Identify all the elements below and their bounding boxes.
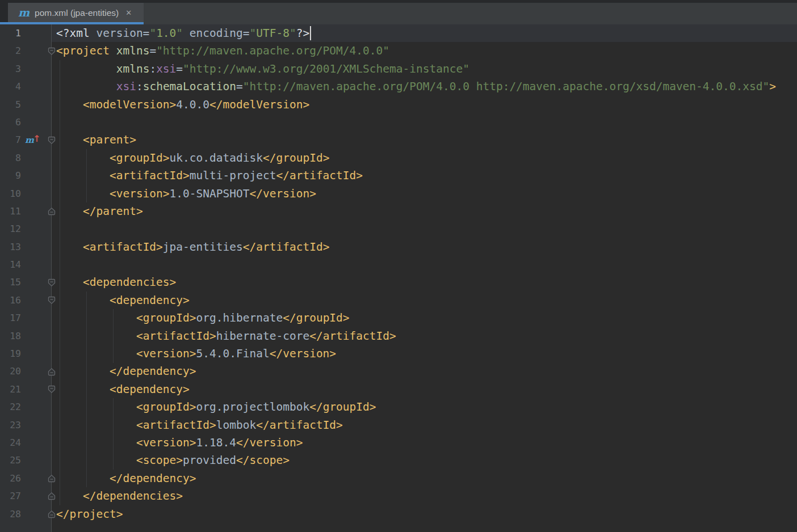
code-line[interactable]: <artifactId>hibernate-core</artifactId> [56,327,797,345]
gutter-line: 26 [0,470,51,487]
gutter: 1234567m↑8910111213141516171819202122232… [0,24,52,532]
line-number: 24 [10,434,21,451]
token-tag: </version> [270,347,336,360]
fold-end-icon[interactable] [48,510,56,518]
gutter-line: 7m↑ [0,131,51,149]
code-line[interactable]: </project> [56,505,797,523]
code-area[interactable]: <?xml version="1.0" encoding="UTF-8"?><p… [52,24,797,532]
token-tag: </version> [236,436,303,449]
token-strv: 1.0 [156,27,176,40]
code-line[interactable]: <groupId>org.projectlombok</groupId> [56,398,797,416]
fold-collapse-icon[interactable] [48,278,56,287]
gutter-line: 19 [0,345,51,362]
gutter-line: 13 [0,238,51,256]
code-line[interactable]: <groupId>uk.co.datadisk</groupId> [56,149,797,167]
code-line[interactable] [56,113,797,131]
token-attr: xmlns [116,44,150,57]
code-line[interactable]: </parent> [56,202,797,220]
code-line[interactable]: <artifactId>multi-project</artifactId> [56,167,797,184]
token-tag: </dependency> [110,472,196,485]
code-line[interactable]: xsi:schemaLocation="http://maven.apache.… [56,78,797,95]
token-tag: <modelVersion> [83,98,176,111]
ide-window: m pom.xml (jpa-entities) ✕ 1234567m↑8910… [0,0,797,532]
code-line[interactable]: <?xml version="1.0" encoding="UTF-8"?> [52,24,797,42]
fold-collapse-icon[interactable] [48,47,56,56]
token-str: " [176,27,183,40]
token-tag: </version> [249,187,316,200]
line-number: 16 [10,292,21,309]
token-tag: <version> [136,436,196,449]
token-plain [56,187,110,200]
token-tag: <artifactId> [110,169,190,182]
token-plain [56,169,110,182]
gutter-line: 6 [0,113,51,131]
close-icon[interactable]: ✕ [125,9,132,17]
gutter-line: 11 [0,202,51,220]
token-tag: <artifactId> [136,419,216,432]
token-pi: <?xml [56,27,90,40]
fold-collapse-icon[interactable] [48,136,56,145]
maven-parent-gutter-icon[interactable]: m↑ [25,131,40,149]
code-line[interactable]: <dependency> [56,292,797,309]
token-plain [56,489,83,503]
code-line[interactable]: <project xmlns="http://maven.apache.org/… [56,42,797,60]
fold-end-icon[interactable] [48,474,56,483]
line-number: 19 [10,345,21,362]
fold-end-icon[interactable] [48,492,56,500]
code-line[interactable]: </dependencies> [56,487,797,505]
token-plain: = [236,80,243,93]
fold-end-icon[interactable] [48,368,56,376]
token-tag: <dependency> [110,294,190,307]
code-line[interactable]: <version>5.4.0.Final</version> [56,345,797,362]
code-line[interactable]: <version>1.0-SNAPSHOT</version> [56,185,797,202]
token-plain [110,44,116,57]
token-tag: </project> [56,508,123,521]
code-line[interactable]: <dependency> [56,381,797,398]
token-text: uk.co.datadisk [170,151,263,164]
code-line[interactable]: <modelVersion>4.0.0</modelVersion> [56,96,797,113]
code-line[interactable]: <artifactId>lombok</artifactId> [56,416,797,434]
line-number: 10 [10,185,21,202]
token-tag: </dependencies> [83,489,183,503]
code-line[interactable]: <artifactId>jpa-entities</artifactId> [56,238,797,256]
gutter-line: 8 [0,149,51,167]
token-tag: </parent> [83,205,143,218]
gutter-line: 23 [0,416,51,434]
gutter-line: 28 [0,505,51,523]
tab-pom-xml[interactable]: m pom.xml (jpa-entities) ✕ [8,3,144,23]
code-line[interactable]: xmlns:xsi="http://www.w3.org/2001/XMLSch… [56,60,797,78]
token-plain [56,62,116,75]
token-plain: = [176,62,183,75]
token-str: " [290,27,296,40]
code-line[interactable]: <scope>provided</scope> [56,451,797,469]
code-line[interactable]: <version>1.18.4</version> [56,434,797,451]
editor: 1234567m↑8910111213141516171819202122232… [0,24,797,532]
line-number: 28 [10,505,21,523]
token-plain [56,365,110,378]
code-line[interactable]: <dependencies> [56,273,797,291]
token-plain [56,133,83,146]
token-tag: <dependencies> [83,276,176,289]
line-number: 22 [10,398,21,416]
token-plain: version= [90,27,150,40]
fold-end-icon[interactable] [48,207,56,216]
gutter-line: 16 [0,292,51,309]
token-text: multi-project [190,169,276,182]
fold-collapse-icon[interactable] [48,296,56,305]
code-line[interactable]: </dependency> [56,362,797,380]
code-line[interactable]: </dependency> [56,470,797,487]
token-text: 4.0.0 [176,98,209,111]
code-line[interactable]: <parent> [56,131,797,149]
token-plain [56,383,110,396]
line-number: 1 [15,24,21,42]
token-ns: xsi [116,80,136,93]
gutter-line: 21 [0,381,51,398]
line-number: 4 [15,78,21,95]
line-number: 21 [10,381,21,398]
code-line[interactable] [56,220,797,238]
token-strv: UTF-8 [256,27,290,40]
fold-collapse-icon[interactable] [48,385,56,394]
code-line[interactable]: <groupId>org.hibernate</groupId> [56,309,797,327]
code-line[interactable] [56,256,797,273]
gutter-line: 24 [0,434,51,451]
